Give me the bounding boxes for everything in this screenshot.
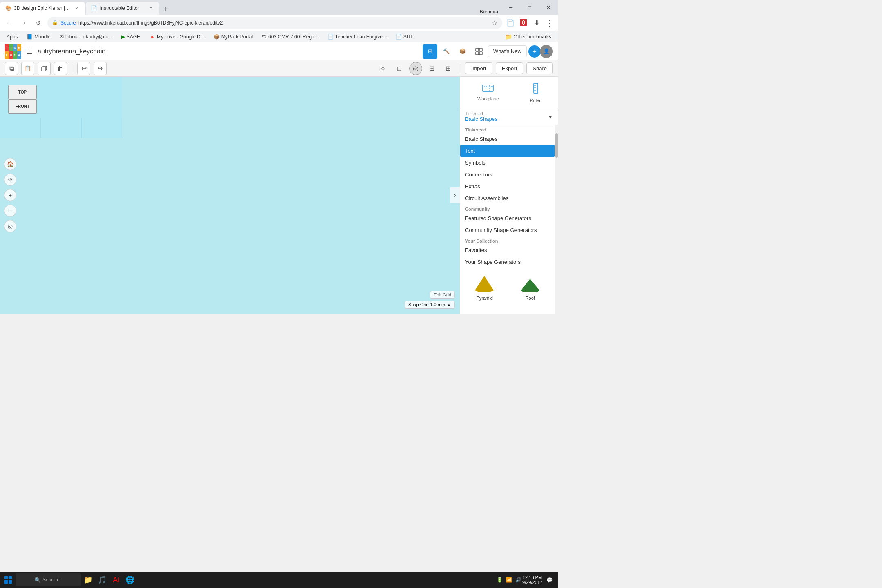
add-user-button[interactable]: + [528,45,541,58]
bookmark-teacher-loan[interactable]: 📄 Teacher Loan Forgive... [324,33,390,40]
bookmark-moodle[interactable]: 📘 Moodle [23,33,53,40]
bookmark-inbox[interactable]: ✉ Inbox - bdautry@nc... [56,33,116,40]
snap-grid-control[interactable]: Snap Grid 1.0 mm ▲ [405,301,455,309]
chevron-down-icon: ▼ [548,114,553,120]
tab-close-instructable[interactable]: × [148,5,154,11]
tab-instructable[interactable]: 📄 Instructable Editor × [86,2,159,15]
view-tool-4[interactable]: ⊟ [425,62,439,75]
cube-front-face[interactable]: FRONT [8,99,37,114]
grid-view-button[interactable]: ⊞ [423,44,437,59]
panel-scrollbar[interactable] [555,125,558,314]
category-extras[interactable]: Extras [460,180,555,192]
svg-rect-0 [476,48,479,51]
tab-title-instructable: Instructable Editor [100,5,145,11]
forward-button[interactable]: → [18,17,29,29]
url-bar[interactable]: 🔒 Secure https://www.tinkercad.com/thing… [47,17,502,29]
tab-tinkercad[interactable]: 🎨 3D design Epic Kieran | T... × [0,2,85,15]
new-tab-button[interactable]: + [160,3,172,15]
bookmark-star-icon[interactable]: ☆ [492,20,497,26]
other-bookmarks[interactable]: 📁 Other bookmarks [502,33,555,41]
zoom-out-button[interactable]: − [4,205,16,217]
bookmark-drive[interactable]: 🔺 My drive - Google D... [146,33,208,40]
zoom-all-button[interactable]: ◎ [4,220,16,232]
workplane-button[interactable]: Workplane [472,80,503,105]
export-button[interactable]: Export [496,62,523,74]
maximize-button[interactable]: □ [520,0,539,15]
fit-all-button[interactable]: ↺ [4,174,16,186]
menu-hamburger-icon[interactable]: ☰ [24,45,34,58]
view-tool-3[interactable]: ◎ [409,62,422,75]
download-icon[interactable]: ⬇ [532,18,541,28]
undo-button[interactable]: ↩ [77,62,90,75]
logo-letter-r: R [9,51,13,59]
viewport-navigation-cube[interactable]: TOP FRONT [8,85,37,114]
category-circuit-assemblies[interactable]: Circuit Assemblies [460,192,555,204]
bookmark-sage[interactable]: ▶ SAGE [118,33,143,40]
paste-button[interactable]: 📋 [21,62,34,75]
cube-top-face[interactable]: TOP [8,85,37,99]
project-name[interactable]: autrybreanna_keychain [38,48,105,55]
category-connectors[interactable]: Connectors [460,169,555,180]
back-button[interactable]: ← [3,17,15,29]
edit-grid-button[interactable]: Edit Grid [430,291,455,299]
dropdown-main-label: Basic Shapes [465,116,498,122]
bookmarks-bar: Apps 📘 Moodle ✉ Inbox - bdautry@nc... ▶ … [0,31,558,42]
tab-close-tinkercad[interactable]: × [74,5,80,11]
sftl-favicon: 📄 [396,34,402,40]
sage-favicon: ▶ [121,34,125,40]
svg-rect-4 [42,67,46,71]
section-community: Community [460,204,555,212]
bookmark-603cmr[interactable]: 🛡 603 CMR 7.00: Regu... [258,33,322,40]
redo-button[interactable]: ↪ [94,62,107,75]
panel-collapse-arrow[interactable]: › [450,187,460,203]
category-community-generators[interactable]: Community Shape Generators [460,224,555,236]
export-shape-button[interactable]: 📦 [455,44,470,59]
ruler-label: Ruler [530,98,541,103]
category-symbols[interactable]: Symbols [460,157,555,169]
shape-round-roof[interactable]: Round Roof [463,306,506,314]
category-featured-generators[interactable]: Featured Shape Generators [460,212,555,224]
pdf-icon: 📄 [506,18,515,28]
close-button[interactable]: ✕ [539,0,558,15]
share-button[interactable]: Share [526,62,553,74]
minimize-button[interactable]: ─ [501,0,520,15]
app-header: T I N K E R C A ☰ autrybreanna_keychain … [0,42,558,60]
home-view-button[interactable]: 🏠 [4,158,16,170]
group-button[interactable] [472,44,486,59]
view-tool-1[interactable]: ○ [376,62,390,75]
reload-button[interactable]: ↺ [33,17,44,29]
viewport-3d[interactable]: TOP FRONT 🏠 ↺ + − ◎ › Edit Grid [0,77,460,314]
import-button[interactable]: Import [465,62,492,74]
delete-button[interactable]: 🗑 [54,62,67,75]
svg-rect-2 [476,52,479,55]
bookmark-sftl[interactable]: 📄 SfTL [392,33,417,40]
bookmark-apps[interactable]: Apps [3,33,21,40]
tab-favicon-tinkercad: 🎨 [5,5,11,11]
view-tool-5[interactable]: ⊞ [442,62,455,75]
copy-button[interactable]: ⧉ [5,62,18,75]
shape-text[interactable]: TEXT TEXT Text [509,306,552,314]
panel-inner: Tinkercad Basic Shapes Text Symbols Conn… [460,125,555,314]
tab-favicon-instructable: 📄 [91,5,97,11]
svg-rect-1 [479,48,482,51]
bookmark-mypack[interactable]: 📦 MyPack Portal [210,33,256,40]
menu-dots-icon[interactable]: ⋮ [545,18,555,28]
tinkercad-logo: T I N K E R C A [5,44,21,59]
duplicate-button[interactable] [38,62,51,75]
category-basic-shapes[interactable]: Basic Shapes [460,133,555,145]
whats-new-button[interactable]: What's New [488,45,527,57]
ruler-button[interactable]: Ruler [525,80,546,105]
shapes-category-dropdown[interactable]: Tinkercad Basic Shapes ▼ [460,109,558,125]
toolbar-separator-1 [72,64,72,74]
user-avatar[interactable]: 👤 [540,45,553,58]
category-your-generators[interactable]: Your Shape Generators [460,256,555,268]
scrollbar-thumb[interactable] [555,133,558,158]
hammer-button[interactable]: 🔨 [439,44,454,59]
zoom-in-button[interactable]: + [4,189,16,201]
shape-pyramid[interactable]: Pyramid [463,271,506,303]
category-text[interactable]: Text [460,145,555,157]
shape-roof[interactable]: Roof [509,271,552,303]
view-tool-2[interactable]: □ [393,62,406,75]
category-favorites[interactable]: Favorites [460,244,555,256]
svg-marker-47 [475,276,494,292]
